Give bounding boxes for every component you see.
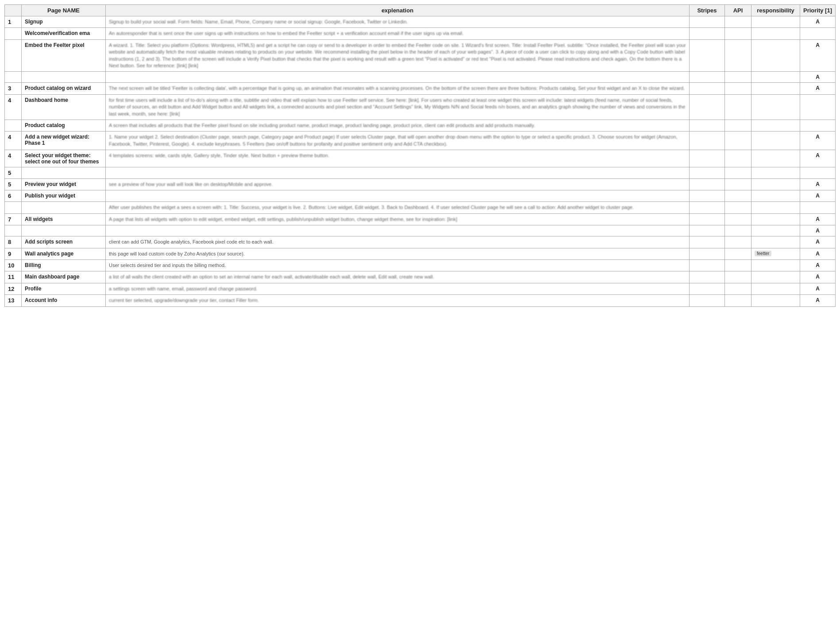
row-api [725, 120, 751, 131]
row-api [725, 236, 751, 248]
row-explanation: Signup to build your social wall. Form f… [106, 16, 690, 28]
row-stripes [690, 260, 725, 271]
table-row: After user publishes the widget a sees a… [5, 202, 836, 213]
row-explanation: for first time users will include a list… [106, 94, 690, 120]
row-responsibility [751, 132, 800, 150]
page-container: Page NAME explenation Stripes API respon… [0, 0, 840, 311]
row-explanation: A screen that includes all products that… [106, 120, 690, 131]
row-num: 13 [5, 295, 22, 306]
table-row: 3Product catalog on wizardThe next scree… [5, 83, 836, 94]
row-responsibility [751, 28, 800, 39]
row-priority [800, 94, 836, 120]
row-stripes [690, 16, 725, 28]
row-responsibility [751, 190, 800, 202]
row-explanation [106, 190, 690, 202]
table-row: Embed the Feelter pixelA wizard. 1. Titl… [5, 39, 836, 72]
row-explanation: 4 templates screens: wide, cards style, … [106, 150, 690, 167]
row-num [5, 39, 22, 72]
row-api [725, 225, 751, 236]
row-api [725, 150, 751, 167]
row-stripes [690, 179, 725, 190]
row-responsibility [751, 236, 800, 248]
table-row: 13Account infocurrent tier selected, upg… [5, 295, 836, 306]
row-responsibility [751, 16, 800, 28]
table-row: 1SIgnupSignup to build your social wall.… [5, 16, 836, 28]
row-num: 1 [5, 16, 22, 28]
row-num: 12 [5, 283, 22, 294]
row-page-name [22, 72, 106, 83]
row-api [725, 39, 751, 72]
row-page-name: Publish your widget [22, 190, 106, 202]
row-explanation: An autoresponder that is sent once the u… [106, 28, 690, 39]
table-row: 11Main dashboard pagea list of all walls… [5, 271, 836, 283]
row-explanation: The next screen will be titled 'Feelter … [106, 83, 690, 94]
row-priority [800, 167, 836, 179]
row-stripes [690, 248, 725, 259]
row-priority [800, 28, 836, 39]
row-explanation: 1. Name your widget 2. Select destinatio… [106, 132, 690, 150]
table-row: 5Preview your widgetsee a preview of how… [5, 179, 836, 190]
row-explanation: User selects desired tier and inputs the… [106, 260, 690, 271]
row-responsibility [751, 150, 800, 167]
row-priority: A [800, 248, 836, 259]
row-responsibility [751, 260, 800, 271]
row-api [725, 190, 751, 202]
row-priority: A [800, 225, 836, 236]
row-num: 10 [5, 260, 22, 271]
row-responsibility [751, 179, 800, 190]
row-page-name: Account info [22, 295, 106, 306]
row-responsibility [751, 295, 800, 306]
row-page-name [22, 225, 106, 236]
row-num: 5 [5, 167, 22, 179]
row-responsibility [751, 94, 800, 120]
header-row: Page NAME explenation Stripes API respon… [5, 5, 836, 16]
row-stripes [690, 225, 725, 236]
table-row: 4Select your widget theme: select one ou… [5, 150, 836, 167]
row-responsibility [751, 83, 800, 94]
row-stripes [690, 295, 725, 306]
row-num [5, 120, 22, 131]
row-num: 9 [5, 248, 22, 259]
row-priority: A [800, 236, 836, 248]
row-priority: A [800, 179, 836, 190]
row-responsibility [751, 213, 800, 225]
row-num [5, 225, 22, 236]
row-page-name: Select your widget theme: select one out… [22, 150, 106, 167]
row-explanation: A page that lists all widgets with optio… [106, 213, 690, 225]
row-stripes [690, 190, 725, 202]
row-explanation: see a preview of how your wall will look… [106, 179, 690, 190]
col-header-priority: Priority [1] [800, 5, 836, 16]
row-responsibility [751, 283, 800, 294]
table-row: 9Wall analytics pagethis page will load … [5, 248, 836, 259]
row-priority: A [800, 132, 836, 150]
col-header-api: API [725, 5, 751, 16]
row-num: 4 [5, 94, 22, 120]
row-api [725, 213, 751, 225]
row-responsibility [751, 167, 800, 179]
row-stripes [690, 236, 725, 248]
spec-table: Page NAME explenation Stripes API respon… [4, 4, 836, 307]
row-api [725, 260, 751, 271]
row-stripes [690, 167, 725, 179]
table-row: Product catalogA screen that includes al… [5, 120, 836, 131]
row-explanation [106, 225, 690, 236]
table-row: 4Add a new widget wizard: Phase 11. Name… [5, 132, 836, 150]
row-page-name: Preview your widget [22, 179, 106, 190]
row-num: 8 [5, 236, 22, 248]
row-priority: A [800, 150, 836, 167]
row-api [725, 167, 751, 179]
row-stripes [690, 120, 725, 131]
row-explanation [106, 167, 690, 179]
row-stripes [690, 39, 725, 72]
row-priority: A [800, 72, 836, 83]
table-row: Welcome/verification emaAn autoresponder… [5, 28, 836, 39]
row-page-name: Profile [22, 283, 106, 294]
row-page-name: Billing [22, 260, 106, 271]
row-page-name: Welcome/verification ema [22, 28, 106, 39]
row-priority: A [800, 295, 836, 306]
row-api [725, 28, 751, 39]
row-api [725, 72, 751, 83]
row-responsibility [751, 120, 800, 131]
row-stripes [690, 271, 725, 283]
row-priority [800, 120, 836, 131]
